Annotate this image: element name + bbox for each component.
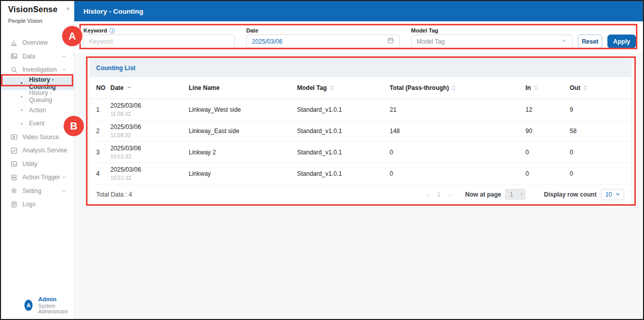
- page-number[interactable]: 1: [437, 191, 441, 198]
- now-at-page: Now at page 1 ▲▼: [465, 189, 526, 200]
- pagination: ‹ 1 ›: [427, 190, 451, 199]
- column-header-model-tag[interactable]: Model Tag: [297, 84, 390, 91]
- cell-in: 90: [525, 127, 570, 135]
- date-input[interactable]: 2025/03/06: [246, 35, 400, 48]
- sidebar-item-investigation[interactable]: Investigation: [1, 63, 74, 77]
- annotation-badge-a: A: [62, 26, 82, 46]
- model-tag-placeholder: Model Tag: [417, 38, 445, 45]
- gear-icon: [10, 187, 18, 195]
- cell-model-tag: Standard_v1.0.1: [297, 127, 390, 135]
- cell-line-name: Linkway: [189, 170, 297, 177]
- app-subtitle: People Vision: [8, 18, 69, 24]
- table-row[interactable]: 2 2025/03/06 11:08:32 Linkway_East side …: [90, 120, 631, 142]
- model-tag-label: Model Tag: [411, 26, 573, 35]
- sort-icon[interactable]: [534, 85, 538, 91]
- trigger-icon: [10, 174, 18, 181]
- cell-date: 2025/03/06 10:51:32: [110, 145, 189, 159]
- cell-out: 58: [570, 127, 631, 135]
- column-header-date[interactable]: Date: [110, 84, 189, 91]
- prev-page-icon[interactable]: ‹: [427, 190, 429, 199]
- filter-bar: Keyword i Date 2025/03/06 Model Tag Mode…: [74, 21, 643, 53]
- cell-date: 2025/03/06 11:08:32: [110, 123, 189, 138]
- column-header-in[interactable]: In: [525, 84, 570, 91]
- display-row-count-label: Display row count: [544, 191, 596, 198]
- model-tag-select[interactable]: Model Tag: [411, 35, 573, 48]
- table-row[interactable]: 4 2025/03/06 10:51:32 Linkway Standard_v…: [90, 163, 631, 184]
- cell-line-name: Linkway_West side: [189, 106, 297, 113]
- column-header-out[interactable]: Out: [570, 84, 631, 91]
- analysis-icon: [10, 147, 18, 154]
- logs-icon: [10, 201, 18, 208]
- keyword-input[interactable]: [83, 35, 235, 48]
- bar-chart-icon: [10, 39, 18, 47]
- table-body: 1 2025/03/06 11:08:32 Linkway_West side …: [90, 99, 631, 184]
- sidebar-item-setting[interactable]: Setting: [1, 184, 74, 198]
- cell-model-tag: Standard_v1.0.1: [297, 149, 390, 156]
- sidebar-item-analysis-service[interactable]: Analysis Service: [1, 144, 74, 157]
- chevron-down-icon: [61, 175, 67, 180]
- column-header-line-name: Line Name: [189, 84, 297, 91]
- sidebar-item-utility[interactable]: Utility: [1, 157, 74, 171]
- display-row-count: Display row count 10: [544, 189, 624, 200]
- calendar-icon[interactable]: [387, 37, 394, 46]
- sidebar-header: VisionSense « People Vision: [1, 1, 74, 24]
- column-header-no: NO: [96, 84, 110, 91]
- sidebar-item-history-queuing[interactable]: History - Queuing: [1, 90, 74, 104]
- app-title: VisionSense: [8, 5, 69, 14]
- cell-model-tag: Standard_v1.0.1: [297, 170, 390, 177]
- table-footer: Total Data : 4 ‹ 1 › Now at page 1 ▲▼ Di…: [90, 184, 631, 204]
- next-page-icon[interactable]: ›: [449, 190, 451, 199]
- avatar: A: [24, 300, 33, 311]
- sort-icon[interactable]: [330, 85, 334, 91]
- date-label: Date: [246, 26, 400, 35]
- cell-out: 0: [570, 149, 631, 156]
- row-count-select[interactable]: 10: [601, 189, 624, 200]
- cell-line-name: Linkway_East side: [189, 127, 297, 135]
- cell-in: 12: [525, 106, 570, 113]
- sidebar-item-action-trigger[interactable]: Action Trigger: [1, 171, 74, 184]
- column-header-total-pass-through[interactable]: Total (Pass-through): [390, 84, 525, 91]
- cell-no: 1: [96, 106, 110, 113]
- keyword-label: Keyword i: [83, 26, 235, 35]
- cell-out: 0: [570, 170, 631, 177]
- sort-icon[interactable]: [583, 85, 588, 91]
- sidebar-item-history-counting[interactable]: History - Counting: [1, 77, 74, 90]
- apply-button[interactable]: Apply: [607, 35, 636, 48]
- info-icon[interactable]: i: [109, 28, 115, 34]
- sidebar-item-event[interactable]: Event: [1, 117, 74, 131]
- cell-date: 2025/03/06 11:08:32: [110, 102, 189, 117]
- cell-in: 0: [525, 149, 570, 156]
- cell-date: 2025/03/06 10:51:32: [110, 166, 189, 181]
- sort-icon[interactable]: [452, 85, 456, 91]
- chevron-down-icon: [61, 53, 67, 59]
- table-row[interactable]: 1 2025/03/06 11:08:32 Linkway_West side …: [90, 99, 631, 120]
- sidebar-item-action[interactable]: Action: [1, 104, 74, 117]
- page-stepper-icon[interactable]: ▲▼: [520, 193, 523, 196]
- sidebar-menu: Overview Data Investigation History - Co…: [1, 36, 74, 211]
- reset-button[interactable]: Reset: [578, 35, 602, 48]
- sidebar-item-logs[interactable]: Logs: [1, 198, 74, 211]
- collapse-sidebar-icon[interactable]: «: [66, 5, 70, 12]
- counting-list-card: Counting List NODateLine NameModel TagTo…: [90, 58, 631, 204]
- user-role: System Administrator: [38, 303, 74, 314]
- page-input[interactable]: 1 ▲▼: [505, 189, 525, 200]
- cell-line-name: Linkway 2: [189, 149, 297, 156]
- sidebar-item-data[interactable]: Data: [1, 50, 74, 63]
- chevron-down-icon: [61, 148, 67, 153]
- total-data-label: Total Data : 4: [96, 191, 132, 198]
- main-area: History - Counting Keyword i Date 2025/0…: [74, 1, 643, 319]
- sidebar-item-video-source[interactable]: Video Source: [1, 131, 74, 144]
- now-at-page-label: Now at page: [465, 191, 502, 198]
- table-row[interactable]: 3 2025/03/06 10:51:32 Linkway 2 Standard…: [90, 142, 631, 163]
- cell-no: 2: [96, 127, 110, 135]
- user-profile[interactable]: A Admin System Administrator: [1, 296, 74, 314]
- cell-no: 4: [96, 170, 110, 177]
- chevron-up-icon: [61, 67, 67, 73]
- table-header-row: NODateLine NameModel TagTotal (Pass-thro…: [90, 77, 631, 99]
- cell-total: 0: [390, 170, 525, 177]
- image-icon: [10, 52, 18, 60]
- video-icon: [10, 133, 18, 141]
- chevron-down-icon: [561, 38, 567, 45]
- sort-icon[interactable]: [127, 84, 132, 91]
- page-title: History - Counting: [74, 1, 643, 21]
